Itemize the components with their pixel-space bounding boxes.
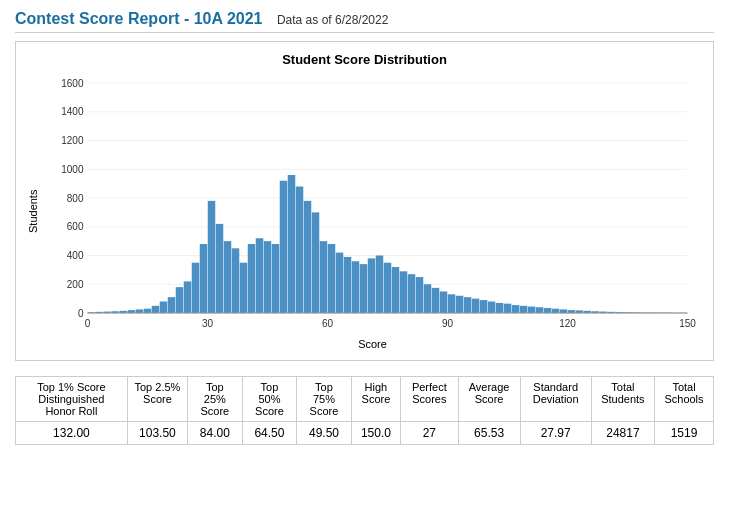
stats-table-section: Top 1% Score Distinguished Honor Roll To…	[15, 376, 714, 445]
svg-rect-14	[128, 310, 136, 313]
svg-rect-17	[152, 306, 160, 313]
svg-rect-54	[448, 294, 456, 313]
svg-rect-24	[208, 201, 216, 313]
svg-text:1400: 1400	[61, 106, 84, 117]
td-top75: 49.50	[297, 422, 352, 445]
svg-rect-23	[200, 244, 208, 313]
svg-rect-63	[520, 306, 528, 313]
svg-rect-42	[352, 261, 360, 313]
svg-rect-58	[480, 300, 488, 313]
svg-rect-18	[160, 302, 168, 314]
svg-rect-67	[552, 309, 560, 313]
svg-rect-61	[504, 304, 512, 313]
score-table: Top 1% Score Distinguished Honor Roll To…	[15, 376, 714, 445]
svg-rect-51	[424, 284, 432, 313]
svg-text:1200: 1200	[61, 135, 84, 146]
svg-rect-38	[320, 241, 328, 313]
svg-rect-52	[432, 288, 440, 313]
svg-rect-49	[408, 274, 416, 313]
svg-rect-21	[184, 281, 192, 313]
svg-rect-50	[416, 277, 424, 313]
svg-text:120: 120	[559, 318, 576, 329]
svg-rect-44	[368, 258, 376, 313]
y-axis-label: Students	[26, 73, 40, 350]
svg-rect-65	[536, 307, 544, 313]
page-title: Contest Score Report - 10A 2021 Data as …	[15, 10, 714, 28]
th-top1: Top 1% Score Distinguished Honor Roll	[16, 377, 128, 422]
svg-rect-53	[440, 291, 448, 313]
svg-rect-32	[272, 244, 280, 313]
td-totalstudents: 24817	[591, 422, 654, 445]
svg-text:150: 150	[679, 318, 696, 329]
svg-rect-46	[384, 263, 392, 313]
svg-rect-20	[176, 287, 184, 313]
td-top1: 132.00	[16, 422, 128, 445]
svg-text:200: 200	[67, 279, 84, 290]
svg-rect-25	[216, 224, 224, 313]
svg-rect-29	[248, 244, 256, 313]
svg-rect-48	[400, 271, 408, 313]
th-top25pct: Top 25% Score	[188, 377, 243, 422]
td-highscore: 150.0	[351, 422, 400, 445]
svg-rect-69	[568, 310, 576, 313]
svg-rect-43	[360, 264, 368, 313]
chart-area: Students 0 200 400 600 800	[26, 73, 703, 350]
th-highscore: High Score	[351, 377, 400, 422]
svg-rect-62	[512, 305, 520, 313]
th-perfect: Perfect Scores	[401, 377, 459, 422]
th-top75: Top 75% Score	[297, 377, 352, 422]
svg-rect-57	[472, 299, 480, 313]
td-totalschools: 1519	[655, 422, 714, 445]
title-text: Contest Score Report - 10A 2021	[15, 10, 262, 27]
svg-text:90: 90	[442, 318, 454, 329]
svg-rect-41	[344, 257, 352, 313]
svg-rect-64	[528, 307, 536, 313]
svg-text:400: 400	[67, 250, 84, 261]
svg-rect-35	[296, 187, 304, 314]
th-totalschools: Total Schools	[655, 377, 714, 422]
svg-rect-39	[328, 244, 336, 313]
svg-text:600: 600	[67, 221, 84, 232]
svg-rect-22	[192, 263, 200, 313]
td-avg: 65.53	[458, 422, 520, 445]
svg-rect-60	[496, 303, 504, 313]
svg-text:60: 60	[322, 318, 334, 329]
svg-rect-30	[256, 238, 264, 313]
table-header-row: Top 1% Score Distinguished Honor Roll To…	[16, 377, 714, 422]
x-axis-label: Score	[42, 338, 703, 350]
svg-text:1600: 1600	[61, 78, 84, 89]
th-top50: Top 50% Score	[242, 377, 297, 422]
td-top25pct: 84.00	[188, 422, 243, 445]
svg-rect-37	[312, 212, 320, 313]
chart-title: Student Score Distribution	[26, 52, 703, 67]
svg-rect-31	[264, 241, 272, 313]
svg-rect-16	[144, 309, 152, 313]
svg-text:0: 0	[85, 318, 91, 329]
td-perfect: 27	[401, 422, 459, 445]
th-avg: Average Score	[458, 377, 520, 422]
svg-rect-55	[456, 296, 464, 313]
svg-rect-47	[392, 267, 400, 313]
th-totalstudents: Total Students	[591, 377, 654, 422]
svg-text:800: 800	[67, 193, 84, 204]
svg-rect-28	[240, 263, 248, 313]
svg-rect-45	[376, 256, 384, 314]
svg-text:1000: 1000	[61, 164, 84, 175]
svg-text:30: 30	[202, 318, 214, 329]
svg-text:0: 0	[78, 308, 84, 319]
td-top50: 64.50	[242, 422, 297, 445]
chart-inner: 0 200 400 600 800 1000 1200 1400 1600 0 …	[42, 73, 703, 350]
chart-container: Student Score Distribution Students 0 20…	[15, 41, 714, 361]
bar-chart-svg: 0 200 400 600 800 1000 1200 1400 1600 0 …	[42, 73, 703, 333]
table-data-row: 132.00 103.50 84.00 64.50 49.50 150.0 27…	[16, 422, 714, 445]
svg-rect-59	[488, 302, 496, 314]
svg-rect-27	[232, 248, 240, 313]
svg-rect-36	[304, 201, 312, 313]
svg-rect-40	[336, 253, 344, 313]
svg-rect-33	[280, 181, 288, 313]
svg-rect-34	[288, 175, 296, 313]
data-date: Data as of 6/28/2022	[277, 13, 388, 27]
title-divider	[15, 32, 714, 33]
svg-rect-68	[560, 309, 568, 313]
td-top25: 103.50	[127, 422, 187, 445]
